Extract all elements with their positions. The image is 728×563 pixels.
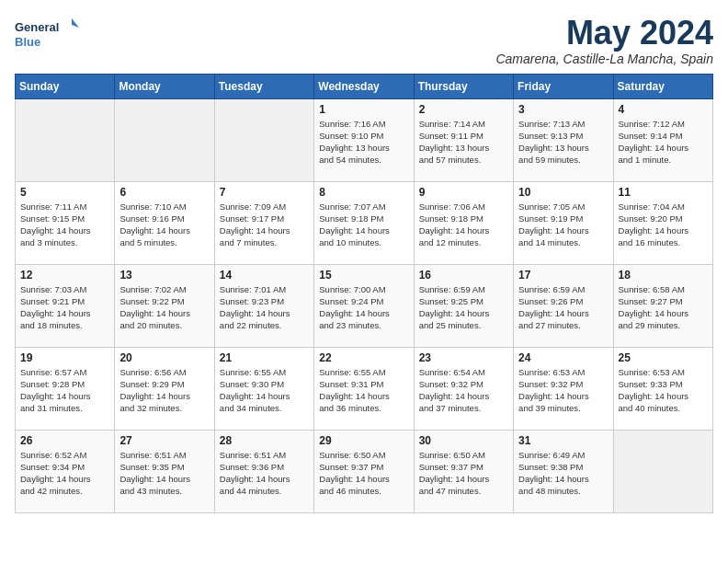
day-number: 17: [518, 269, 608, 282]
calendar-cell: 25Sunrise: 6:53 AM Sunset: 9:33 PM Dayli…: [613, 347, 712, 430]
day-header-saturday: Saturday: [613, 74, 712, 98]
calendar-cell: 14Sunrise: 7:01 AM Sunset: 9:23 PM Dayli…: [214, 264, 313, 347]
day-info: Sunrise: 6:55 AM Sunset: 9:31 PM Dayligh…: [319, 366, 408, 415]
week-row-2: 5Sunrise: 7:11 AM Sunset: 9:15 PM Daylig…: [16, 181, 713, 264]
calendar-cell: 21Sunrise: 6:55 AM Sunset: 9:30 PM Dayli…: [214, 347, 313, 430]
day-info: Sunrise: 6:50 AM Sunset: 9:37 PM Dayligh…: [319, 449, 408, 498]
day-number: 8: [319, 186, 408, 199]
calendar-cell: 17Sunrise: 6:59 AM Sunset: 9:26 PM Dayli…: [514, 264, 613, 347]
week-row-3: 12Sunrise: 7:03 AM Sunset: 9:21 PM Dayli…: [16, 264, 713, 347]
day-info: Sunrise: 6:54 AM Sunset: 9:32 PM Dayligh…: [419, 366, 508, 415]
day-info: Sunrise: 7:00 AM Sunset: 9:24 PM Dayligh…: [319, 283, 408, 332]
day-number: 1: [319, 103, 408, 116]
calendar-cell: 5Sunrise: 7:11 AM Sunset: 9:15 PM Daylig…: [16, 181, 115, 264]
calendar-cell: 31Sunrise: 6:49 AM Sunset: 9:38 PM Dayli…: [514, 430, 613, 512]
day-header-sunday: Sunday: [16, 74, 115, 98]
calendar-table: SundayMondayTuesdayWednesdayThursdayFrid…: [15, 74, 713, 513]
calendar-cell: 12Sunrise: 7:03 AM Sunset: 9:21 PM Dayli…: [16, 264, 115, 347]
calendar-cell: 18Sunrise: 6:58 AM Sunset: 9:27 PM Dayli…: [613, 264, 712, 347]
week-row-1: 1Sunrise: 7:16 AM Sunset: 9:10 PM Daylig…: [16, 98, 713, 181]
calendar-cell: [115, 98, 214, 181]
day-info: Sunrise: 6:59 AM Sunset: 9:25 PM Dayligh…: [419, 283, 508, 332]
day-info: Sunrise: 6:52 AM Sunset: 9:34 PM Dayligh…: [20, 449, 109, 498]
title-area: May 2024 Camarena, Castille-La Mancha, S…: [495, 15, 713, 66]
calendar-cell: 4Sunrise: 7:12 AM Sunset: 9:14 PM Daylig…: [613, 98, 712, 181]
day-header-friday: Friday: [514, 74, 613, 98]
day-number: 10: [518, 186, 608, 199]
day-info: Sunrise: 7:10 AM Sunset: 9:16 PM Dayligh…: [119, 201, 209, 249]
day-info: Sunrise: 7:11 AM Sunset: 9:15 PM Dayligh…: [20, 201, 109, 249]
calendar-cell: 26Sunrise: 6:52 AM Sunset: 9:34 PM Dayli…: [16, 430, 115, 512]
day-info: Sunrise: 7:14 AM Sunset: 9:11 PM Dayligh…: [419, 118, 508, 167]
calendar-cell: 15Sunrise: 7:00 AM Sunset: 9:24 PM Dayli…: [314, 264, 414, 347]
day-info: Sunrise: 6:55 AM Sunset: 9:30 PM Dayligh…: [220, 366, 309, 415]
day-info: Sunrise: 6:53 AM Sunset: 9:33 PM Dayligh…: [619, 366, 708, 415]
calendar-cell: 23Sunrise: 6:54 AM Sunset: 9:32 PM Dayli…: [414, 347, 513, 430]
calendar-cell: 1Sunrise: 7:16 AM Sunset: 9:10 PM Daylig…: [314, 98, 414, 181]
day-number: 29: [319, 434, 408, 447]
subtitle: Camarena, Castille-La Mancha, Spain: [495, 52, 713, 66]
calendar-cell: 30Sunrise: 6:50 AM Sunset: 9:37 PM Dayli…: [414, 430, 513, 512]
svg-marker-2: [72, 18, 79, 28]
day-number: 19: [20, 351, 109, 364]
day-number: 30: [419, 434, 508, 447]
month-title: May 2024: [495, 15, 713, 52]
header-area: General Blue May 2024 Camarena, Castille…: [15, 15, 713, 66]
day-number: 18: [619, 269, 708, 282]
svg-text:General: General: [15, 20, 59, 34]
day-number: 13: [119, 269, 209, 282]
calendar-cell: 28Sunrise: 6:51 AM Sunset: 9:36 PM Dayli…: [214, 430, 313, 512]
day-info: Sunrise: 7:03 AM Sunset: 9:21 PM Dayligh…: [20, 283, 109, 332]
calendar-cell: [16, 98, 115, 181]
week-row-4: 19Sunrise: 6:57 AM Sunset: 9:28 PM Dayli…: [16, 347, 713, 430]
calendar-cell: 2Sunrise: 7:14 AM Sunset: 9:11 PM Daylig…: [414, 98, 513, 181]
day-number: 12: [20, 269, 109, 282]
calendar-cell: 24Sunrise: 6:53 AM Sunset: 9:32 PM Dayli…: [514, 347, 613, 430]
calendar-cell: 9Sunrise: 7:06 AM Sunset: 9:18 PM Daylig…: [414, 181, 513, 264]
day-number: 6: [119, 186, 209, 199]
day-number: 11: [619, 186, 708, 199]
day-info: Sunrise: 6:51 AM Sunset: 9:35 PM Dayligh…: [119, 449, 209, 498]
day-header-tuesday: Tuesday: [214, 74, 313, 98]
day-info: Sunrise: 6:49 AM Sunset: 9:38 PM Dayligh…: [518, 449, 608, 498]
week-row-5: 26Sunrise: 6:52 AM Sunset: 9:34 PM Dayli…: [16, 430, 713, 512]
calendar-cell: 22Sunrise: 6:55 AM Sunset: 9:31 PM Dayli…: [314, 347, 414, 430]
day-number: 5: [20, 186, 109, 199]
day-number: 20: [119, 351, 209, 364]
calendar-cell: 27Sunrise: 6:51 AM Sunset: 9:35 PM Dayli…: [115, 430, 214, 512]
calendar-cell: 7Sunrise: 7:09 AM Sunset: 9:17 PM Daylig…: [214, 181, 313, 264]
calendar-cell: 29Sunrise: 6:50 AM Sunset: 9:37 PM Dayli…: [314, 430, 414, 512]
day-info: Sunrise: 7:02 AM Sunset: 9:22 PM Dayligh…: [119, 283, 209, 332]
day-number: 15: [319, 269, 408, 282]
day-info: Sunrise: 6:51 AM Sunset: 9:36 PM Dayligh…: [220, 449, 309, 498]
calendar-cell: 6Sunrise: 7:10 AM Sunset: 9:16 PM Daylig…: [115, 181, 214, 264]
calendar-cell: 10Sunrise: 7:05 AM Sunset: 9:19 PM Dayli…: [514, 181, 613, 264]
day-number: 31: [518, 434, 608, 447]
day-number: 4: [619, 103, 708, 116]
day-number: 27: [119, 434, 209, 447]
logo-svg: General Blue: [15, 15, 79, 52]
day-header-thursday: Thursday: [414, 74, 513, 98]
day-info: Sunrise: 7:09 AM Sunset: 9:17 PM Dayligh…: [220, 201, 309, 249]
day-info: Sunrise: 7:16 AM Sunset: 9:10 PM Dayligh…: [319, 118, 408, 167]
day-info: Sunrise: 7:04 AM Sunset: 9:20 PM Dayligh…: [619, 201, 708, 249]
day-info: Sunrise: 6:57 AM Sunset: 9:28 PM Dayligh…: [20, 366, 109, 415]
calendar-cell: 20Sunrise: 6:56 AM Sunset: 9:29 PM Dayli…: [115, 347, 214, 430]
day-number: 26: [20, 434, 109, 447]
calendar-cell: [214, 98, 313, 181]
calendar-cell: 3Sunrise: 7:13 AM Sunset: 9:13 PM Daylig…: [514, 98, 613, 181]
calendar-cell: 8Sunrise: 7:07 AM Sunset: 9:18 PM Daylig…: [314, 181, 414, 264]
calendar-cell: 13Sunrise: 7:02 AM Sunset: 9:22 PM Dayli…: [115, 264, 214, 347]
day-number: 28: [220, 434, 309, 447]
day-number: 25: [619, 351, 708, 364]
day-number: 21: [220, 351, 309, 364]
day-number: 7: [220, 186, 309, 199]
day-number: 14: [220, 269, 309, 282]
logo: General Blue: [15, 15, 79, 52]
day-headers: SundayMondayTuesdayWednesdayThursdayFrid…: [16, 74, 713, 98]
day-info: Sunrise: 7:13 AM Sunset: 9:13 PM Dayligh…: [518, 118, 608, 167]
day-header-monday: Monday: [115, 74, 214, 98]
day-info: Sunrise: 6:56 AM Sunset: 9:29 PM Dayligh…: [119, 366, 209, 415]
day-info: Sunrise: 6:50 AM Sunset: 9:37 PM Dayligh…: [419, 449, 508, 498]
day-info: Sunrise: 6:53 AM Sunset: 9:32 PM Dayligh…: [518, 366, 608, 415]
